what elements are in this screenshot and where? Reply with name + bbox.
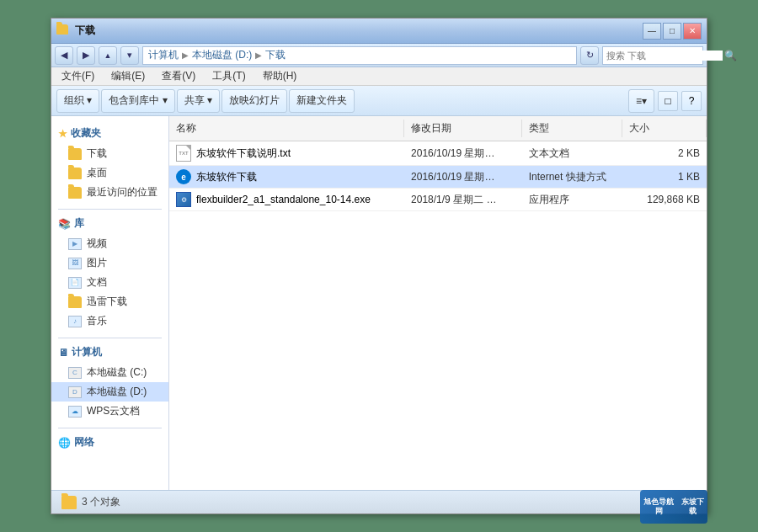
close-button[interactable]: ✕: [683, 23, 702, 40]
watermark: 旭色导航网 东坡下载: [640, 490, 707, 524]
sidebar-item-wps[interactable]: ☁ WPS云文档: [51, 402, 168, 421]
file-list-header: 名称 修改日期 类型 大小: [169, 116, 707, 141]
exe-file-icon: ⚙: [176, 192, 191, 207]
file-row-url[interactable]: e 东坡软件下载 2016/10/19 星期… Internet 快捷方式 1 …: [169, 166, 707, 189]
breadcrumb-arrow-1: ▶: [182, 51, 189, 60]
url-file-icon: e: [176, 169, 191, 184]
image-icon: 🖼: [68, 258, 82, 269]
favorites-section: ★ 收藏夹 下载 桌面 最近访问的位置: [51, 123, 168, 202]
menu-tools[interactable]: 工具(T): [209, 67, 248, 85]
sidebar-desktop-label: 桌面: [87, 166, 107, 180]
maximize-button[interactable]: □: [663, 23, 681, 40]
address-path[interactable]: 计算机 ▶ 本地磁盘 (D:) ▶ 下载: [142, 46, 577, 65]
title-controls: — □ ✕: [643, 23, 702, 40]
slideshow-button[interactable]: 放映幻灯片: [222, 89, 287, 113]
computer-header[interactable]: 🖥 计算机: [51, 342, 168, 363]
forward-button[interactable]: ▶: [77, 46, 95, 65]
refresh-button[interactable]: ↻: [580, 46, 599, 65]
col-header-type[interactable]: 类型: [522, 120, 623, 137]
toolbar-right: ≡▾ □ ?: [628, 89, 702, 113]
file-name-cell-url: e 东坡软件下载: [169, 168, 404, 185]
new-folder-label: 新建文件夹: [296, 93, 347, 108]
file-name-exe: flexbuilder2_a1_standalone_10-14.exe: [196, 194, 371, 205]
watermark-logo: 旭色导航网 东坡下载: [640, 490, 707, 524]
breadcrumb-arrow-2: ▶: [255, 51, 262, 60]
file-size-exe: 129,868 KB: [622, 193, 707, 206]
file-row-exe[interactable]: ⚙ flexbuilder2_a1_standalone_10-14.exe 2…: [169, 189, 707, 211]
file-size-txt: 2 KB: [622, 146, 707, 160]
view-pane-button[interactable]: □: [658, 91, 678, 111]
back-button[interactable]: ◀: [55, 46, 73, 65]
sidebar-item-music[interactable]: ♪ 音乐: [51, 311, 168, 331]
title-bar-left: 下载: [56, 24, 95, 38]
include-library-button[interactable]: 包含到库中 ▾: [101, 89, 174, 113]
sidebar-item-thunder[interactable]: 迅雷下载: [51, 292, 168, 311]
window-title: 下载: [75, 24, 95, 38]
favorites-header[interactable]: ★ 收藏夹: [51, 123, 168, 144]
address-bar: ◀ ▶ ▲ ▾ 计算机 ▶ 本地磁盘 (D:) ▶ 下载 ↻ 🔍: [51, 44, 707, 67]
organize-button[interactable]: 组织 ▾: [56, 89, 99, 113]
network-icon: 🌐: [58, 437, 71, 449]
sidebar-item-recent[interactable]: 最近访问的位置: [51, 183, 168, 202]
file-row-txt[interactable]: TXT 东坡软件下载说明.txt 2016/10/19 星期… 文本文档 2 K…: [169, 141, 707, 166]
disk-icon: D: [68, 386, 82, 398]
recent-button[interactable]: ▾: [120, 46, 139, 65]
sidebar-music-label: 音乐: [87, 314, 107, 328]
share-button[interactable]: 共享 ▾: [177, 89, 220, 113]
menu-edit[interactable]: 编辑(E): [108, 67, 148, 85]
explorer-window: 下载 — □ ✕ ◀ ▶ ▲ ▾ 计算机 ▶ 本地磁盘 (D:) ▶ 下载 ↻ …: [51, 18, 707, 514]
view-toggle-button[interactable]: ≡▾: [628, 89, 654, 113]
library-header[interactable]: 📚 库: [51, 213, 168, 234]
menu-file[interactable]: 文件(F): [58, 67, 98, 85]
sidebar-item-download[interactable]: 下载: [51, 144, 168, 163]
folder-icon: [68, 187, 82, 199]
sidebar-item-video[interactable]: ▶ 视频: [51, 234, 168, 253]
cloud-icon: ☁: [68, 406, 82, 418]
file-type-url: Internet 快捷方式: [522, 169, 623, 185]
sidebar-divider-1: [58, 209, 162, 210]
organize-label: 组织 ▾: [64, 93, 92, 108]
help-button[interactable]: ?: [681, 91, 702, 111]
title-bar: 下载 — □ ✕: [51, 19, 707, 44]
share-label: 共享 ▾: [184, 93, 212, 108]
include-library-label: 包含到库中 ▾: [109, 93, 167, 108]
disk-icon: C: [68, 367, 82, 379]
computer-icon: 🖥: [58, 347, 68, 359]
txt-file-icon: TXT: [176, 145, 191, 162]
sidebar: ★ 收藏夹 下载 桌面 最近访问的位置: [51, 116, 169, 490]
breadcrumb-computer[interactable]: 计算机: [148, 48, 179, 62]
sidebar-item-images[interactable]: 🖼 图片: [51, 253, 168, 273]
new-folder-button[interactable]: 新建文件夹: [289, 89, 355, 113]
watermark-line2: 东坡下载: [677, 497, 707, 516]
sidebar-item-desktop[interactable]: 桌面: [51, 163, 168, 183]
sidebar-item-d-drive[interactable]: D 本地磁盘 (D:): [51, 382, 168, 402]
sidebar-item-c-drive[interactable]: C 本地磁盘 (C:): [51, 363, 168, 382]
network-header[interactable]: 🌐 网络: [51, 432, 168, 453]
file-date-txt: 2016/10/19 星期…: [404, 146, 522, 162]
breadcrumb-disk[interactable]: 本地磁盘 (D:): [192, 48, 252, 62]
menu-view[interactable]: 查看(V): [158, 67, 199, 85]
file-name-cell-txt: TXT 东坡软件下载说明.txt: [169, 144, 404, 162]
menu-bar: 文件(F) 编辑(E) 查看(V) 工具(T) 帮助(H): [51, 67, 707, 86]
file-name-url: 东坡软件下载: [196, 170, 257, 184]
file-size-url: 1 KB: [622, 170, 707, 184]
file-name-txt: 东坡软件下载说明.txt: [196, 146, 291, 161]
toolbar: 组织 ▾ 包含到库中 ▾ 共享 ▾ 放映幻灯片 新建文件夹 ≡▾ □ ?: [51, 86, 707, 116]
main-content: ★ 收藏夹 下载 桌面 最近访问的位置: [51, 116, 707, 490]
library-label: 库: [74, 216, 84, 231]
col-header-size[interactable]: 大小: [622, 120, 707, 137]
sidebar-item-docs[interactable]: 📄 文档: [51, 273, 168, 292]
computer-section: 🖥 计算机 C 本地磁盘 (C:) D 本地磁盘 (D:) ☁ WPS云文档: [51, 342, 168, 421]
search-input[interactable]: [606, 51, 723, 61]
status-bar: 3 个对象: [51, 490, 707, 513]
file-date-url: 2016/10/19 星期…: [404, 169, 522, 185]
up-button[interactable]: ▲: [99, 46, 117, 65]
col-header-name[interactable]: 名称: [169, 120, 404, 137]
search-box[interactable]: 🔍: [602, 46, 703, 65]
menu-help[interactable]: 帮助(H): [259, 67, 301, 85]
network-section: 🌐 网络: [51, 432, 168, 453]
col-header-date[interactable]: 修改日期: [404, 120, 522, 137]
sidebar-video-label: 视频: [87, 237, 107, 251]
breadcrumb-folder[interactable]: 下载: [265, 48, 286, 62]
minimize-button[interactable]: —: [643, 23, 661, 40]
